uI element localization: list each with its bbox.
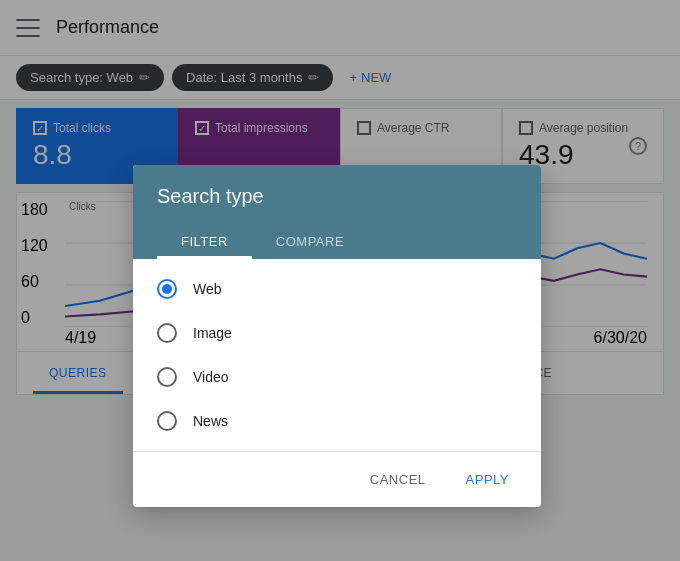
compare-tab-label: COMPARE <box>276 234 344 249</box>
radio-option-video[interactable]: Video <box>133 355 541 399</box>
modal-tabs: FILTER COMPARE <box>157 224 517 259</box>
modal-body: Web Image Video News <box>133 259 541 451</box>
modal-title: Search type <box>157 185 517 208</box>
radio-video-circle <box>157 367 177 387</box>
radio-web-label: Web <box>193 281 222 297</box>
radio-video-label: Video <box>193 369 229 385</box>
radio-image-label: Image <box>193 325 232 341</box>
apply-button[interactable]: APPLY <box>450 464 525 495</box>
radio-option-news[interactable]: News <box>133 399 541 443</box>
modal-tab-filter[interactable]: FILTER <box>157 224 252 259</box>
radio-web-inner <box>162 284 172 294</box>
modal-header: Search type FILTER COMPARE <box>133 165 541 259</box>
modal-tab-compare[interactable]: COMPARE <box>252 224 368 259</box>
modal-footer: CANCEL APPLY <box>133 451 541 507</box>
cancel-button[interactable]: CANCEL <box>354 464 442 495</box>
radio-option-web[interactable]: Web <box>133 267 541 311</box>
radio-option-image[interactable]: Image <box>133 311 541 355</box>
filter-tab-label: FILTER <box>181 234 228 249</box>
radio-web-circle <box>157 279 177 299</box>
radio-image-circle <box>157 323 177 343</box>
search-type-modal: Search type FILTER COMPARE Web Image Vid… <box>133 165 541 507</box>
radio-news-label: News <box>193 413 228 429</box>
radio-news-circle <box>157 411 177 431</box>
